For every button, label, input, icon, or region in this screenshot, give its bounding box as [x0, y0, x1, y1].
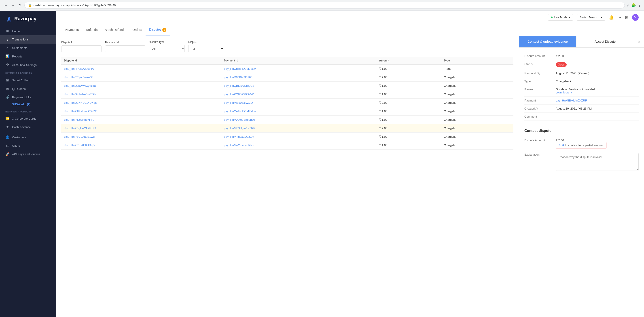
dispute-id-link[interactable]: disp_HnRP0BA29uscAk: [64, 67, 95, 70]
payment-id-link[interactable]: pay_HnPQ6B25BDVat1: [224, 92, 255, 96]
table-row[interactable]: disp_HnPSC0XauB1wgn pay_HnMTnoxBU2xZfv ₹…: [61, 132, 514, 141]
dispute-id-link[interactable]: disp_HnPSC0XauB1wgn: [64, 135, 96, 138]
table-row[interactable]: disp_HnREyobYaxnSfb pay_HnR66Kts2f0168 ₹…: [61, 73, 514, 81]
payment-id-link[interactable]: pay_HnMlsp0ZxfyZ2Q: [224, 101, 253, 104]
sidebar-item-offers[interactable]: 🏷 Offers: [0, 142, 56, 150]
right-panel: Contest & upload evidence Accept Dispute…: [519, 36, 644, 317]
col-payment-id: Payment Id: [221, 57, 376, 64]
live-dot: [551, 16, 552, 18]
dispute-id-link[interactable]: disp_HnQ3XNU914DXg5: [64, 101, 97, 104]
dispute-id-link[interactable]: disp_HnQDDVVKQ418t1: [64, 84, 96, 88]
browser-navigation[interactable]: ← → ↻: [3, 2, 22, 8]
payment-id-link[interactable]: pay_HnOuTsHJOM7sLw: [224, 67, 256, 70]
dispute-id-input[interactable]: [61, 46, 102, 52]
contest-upload-button[interactable]: Contest & upload evidence: [519, 36, 576, 48]
back-button[interactable]: ←: [3, 2, 9, 8]
table-row[interactable]: disp_HnPTRsLmzIOWZE pay_HnOuTsHJOM7sLw ₹…: [61, 107, 514, 115]
star-icon[interactable]: ☆: [626, 3, 630, 8]
dispute-id-link[interactable]: disp_HnPRrdAE6UDqDt: [64, 144, 96, 147]
content-area: Dispute Id Payment Id Dispute Type All F…: [56, 36, 644, 317]
sidebar-item-payment-links[interactable]: 🔗 Payment Links: [0, 93, 56, 102]
payment-id-link[interactable]: pay_HnQBtJl0yCBQU2: [224, 84, 254, 88]
notification-icon[interactable]: 🔔: [609, 15, 614, 20]
table-row[interactable]: disp_HnPSgHeOL2Rz49 pay_HnME9Hgin6XZRR ₹…: [61, 124, 514, 132]
dispute-type-select[interactable]: All Fraud Chargeback Arbitration: [149, 45, 185, 52]
browser-bar: ← → ↻ 🔒 dashboard.razorpay.com/app/dispu…: [0, 0, 644, 11]
tab-refunds[interactable]: Refunds: [82, 24, 101, 36]
sidebar-item-account-settings[interactable]: ⚙ Account & Settings: [0, 60, 56, 69]
comment-row: Comment --: [524, 113, 639, 121]
forward-button[interactable]: →: [10, 2, 16, 8]
sidebar-item-api-keys[interactable]: 🚀 API Keys and Plugins: [0, 150, 56, 158]
switch-merch-chevron: ▾: [601, 16, 602, 19]
payment-link[interactable]: pay_HnME9Hgin6XZRR: [556, 99, 639, 102]
apps-grid-icon[interactable]: ⊞: [625, 15, 628, 20]
sidebar-item-transactions[interactable]: ↕ Transactions: [0, 35, 56, 44]
payment-id-link[interactable]: pay_HnME9Hgin6XZRR: [224, 126, 255, 130]
table-row[interactable]: disp_HnQDDVVKQ418t1 pay_HnQBtJl0yCBQU2 ₹…: [61, 81, 514, 90]
activity-icon[interactable]: 〜: [618, 15, 622, 20]
api-keys-icon: 🚀: [5, 152, 10, 156]
avatar[interactable]: V: [632, 14, 639, 21]
dispute-id-link[interactable]: disp_HnREyobYaxnSfb: [64, 76, 94, 79]
home-icon: ⊞: [5, 29, 10, 33]
payment-id-link[interactable]: pay_HnR66Kts2f0168: [224, 76, 252, 79]
payment-id-link[interactable]: pay_HnMTnoxBU2xZfv: [224, 135, 254, 138]
type-cell: Chargeb.: [441, 107, 514, 115]
edit-link[interactable]: Edit: [558, 144, 564, 147]
dispute-id-link[interactable]: disp_HnPTRsLmzIOWZE: [64, 110, 97, 113]
top-header: Live Mode ▾ Switch Merch... ▾ 🔔 〜 ⊞ V: [56, 11, 644, 24]
comment-value: --: [556, 115, 639, 118]
type-cell: Chargeb.: [441, 132, 514, 141]
payment-id-link[interactable]: pay_HnMAXegShbenc0: [224, 118, 255, 122]
switch-merchant-button[interactable]: Switch Merch... ▾: [577, 14, 605, 20]
payment-id-link[interactable]: pay_HnMoOzkzXcI2Nh: [224, 144, 254, 147]
sidebar-item-qr-codes[interactable]: ⊞ QR Codes: [0, 84, 56, 93]
table-row[interactable]: disp_HnPRrdAE6UDqDt pay_HnMoOzkzXcI2Nh ₹…: [61, 141, 514, 149]
table-row[interactable]: disp_HnPT2rBxpo7FFp pay_HnMAXegShbenc0 ₹…: [61, 115, 514, 124]
dispute-id-link[interactable]: disp_HnQ41wbkOmTDIv: [64, 92, 96, 96]
payment-id-input[interactable]: [105, 46, 145, 52]
tab-orders[interactable]: Orders: [129, 24, 146, 36]
logo-text: Razorpay: [14, 16, 36, 22]
sidebar-item-settlements[interactable]: ✓ Settlements: [0, 44, 56, 52]
type-cell: Chargeb.: [441, 73, 514, 81]
address-bar[interactable]: 🔒 dashboard.razorpay.com/app/disputes/di…: [24, 2, 625, 8]
sidebar-item-label: Customers: [12, 136, 26, 139]
sidebar-item-reports[interactable]: 📊 Reports: [0, 52, 56, 60]
accept-dispute-button[interactable]: Accept Dispute: [576, 36, 634, 48]
table-row[interactable]: disp_HnRP0BA29uscAk pay_HnOuTsHJOM7sLw ₹…: [61, 64, 514, 73]
learn-more-link[interactable]: Learn More ∨: [556, 91, 639, 94]
extension-icon[interactable]: 🧩: [632, 3, 636, 8]
show-all-link[interactable]: SHOW ALL (9): [0, 102, 56, 107]
explanation-field: [556, 153, 639, 172]
logo[interactable]: Razorpay: [0, 11, 56, 27]
edit-amount-box[interactable]: Edit to contest for a partial amount: [556, 142, 606, 148]
tab-payments[interactable]: Payments: [61, 24, 82, 36]
tab-batch-refunds[interactable]: Batch Refunds: [101, 24, 129, 36]
sidebar: Razorpay ⊞ Home ↕ Transactions ✓ Settlem…: [0, 11, 56, 317]
sidebar-item-x-corporate-cards[interactable]: 💳 X Corporate Cards: [0, 114, 56, 123]
dispute-status-filter: Dispu... All Open Under Review Closed: [188, 40, 224, 52]
dispute-status-select[interactable]: All Open Under Review Closed: [188, 45, 224, 52]
explanation-textarea[interactable]: [556, 153, 639, 171]
created-at-row: Created At August 20, 2021 / 03:23 PM: [524, 104, 639, 113]
sidebar-item-label: Transactions: [12, 38, 28, 41]
dispute-id-link[interactable]: disp_HnPT2rBxpo7FFp: [64, 118, 94, 122]
tab-disputes[interactable]: Disputes6: [146, 24, 170, 36]
reload-button[interactable]: ↻: [17, 2, 22, 8]
sidebar-item-cash-advance[interactable]: ★ Cash Advance: [0, 123, 56, 131]
contest-amount-text: ₹ 2.00: [556, 138, 564, 142]
sidebar-item-customers[interactable]: 👤 Customers: [0, 133, 56, 142]
reports-icon: 📊: [5, 54, 10, 58]
payment-id-link[interactable]: pay_HnOuTsHJOM7sLw: [224, 110, 256, 113]
close-panel-button[interactable]: ✕: [634, 36, 644, 48]
status-row: Status Open: [524, 60, 639, 69]
live-mode-button[interactable]: Live Mode ▾: [548, 14, 573, 20]
dispute-id-link[interactable]: disp_HnPSgHeOL2Rz49: [64, 126, 96, 130]
table-row[interactable]: disp_HnQ41wbkOmTDIv pay_HnPQ6B25BDVat1 ₹…: [61, 90, 514, 98]
menu-icon[interactable]: ⋮: [638, 3, 641, 8]
table-row[interactable]: disp_HnQ3XNU914DXg5 pay_HnMlsp0ZxfyZ2Q ₹…: [61, 98, 514, 107]
sidebar-item-smart-collect[interactable]: ⊞ Smart Collect: [0, 76, 56, 84]
sidebar-item-home[interactable]: ⊞ Home: [0, 27, 56, 35]
